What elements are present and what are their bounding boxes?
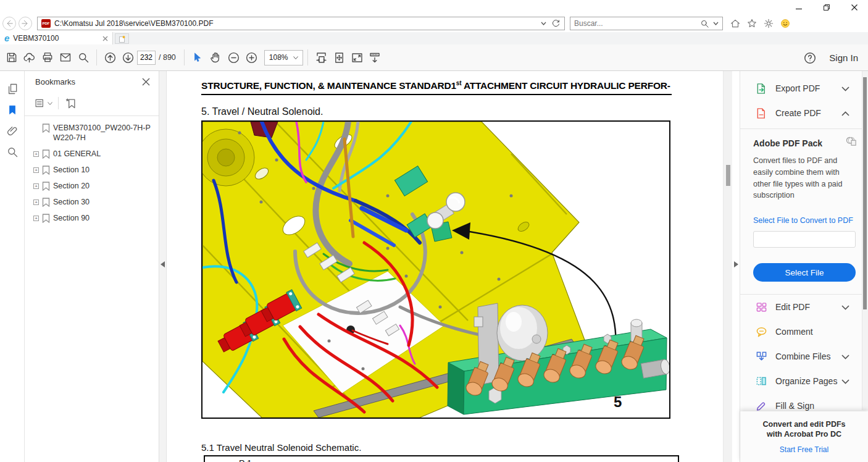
settings-gear-icon[interactable] — [763, 18, 774, 29]
tool-edit-pdf[interactable]: Edit PDF — [740, 295, 868, 319]
page-thumbnails-icon[interactable] — [0, 78, 24, 99]
tool-comment[interactable]: Comment — [740, 319, 868, 344]
fit-page-button[interactable] — [330, 48, 348, 67]
bookmarks-options-icon[interactable] — [34, 98, 52, 109]
bookmark-icon — [42, 182, 50, 191]
bookmark-item-section30[interactable]: + Section 30 — [25, 194, 159, 210]
minimize-button[interactable] — [785, 0, 812, 15]
help-icon[interactable] — [803, 51, 817, 65]
file-input-field[interactable] — [753, 231, 856, 248]
attachments-icon[interactable] — [0, 120, 24, 141]
back-button[interactable] — [2, 17, 16, 30]
select-file-button[interactable]: Select File — [753, 263, 856, 282]
favorites-star-icon[interactable] — [746, 18, 757, 29]
browser-search-input[interactable] — [574, 19, 700, 28]
bookmarks-close-icon[interactable] — [142, 78, 150, 86]
address-bar[interactable]: PDF — [37, 17, 565, 30]
promo-line1: Convert and edit PDFs — [740, 419, 868, 429]
fullscreen-button[interactable] — [348, 48, 366, 67]
bookmark-icon — [42, 166, 50, 175]
forward-button[interactable] — [19, 17, 32, 30]
zoom-out-button[interactable] — [225, 48, 243, 67]
bookmark-item-section90[interactable]: + Section 90 — [25, 210, 159, 226]
tab-vebm370100[interactable]: e VEBM370100 — [0, 32, 113, 44]
tool-export-pdf[interactable]: Export PDF — [740, 76, 868, 101]
tools-panel-scrollbar-thumb[interactable] — [863, 77, 867, 309]
tab-close-icon[interactable] — [102, 36, 108, 41]
address-dropdown-icon[interactable] — [541, 22, 546, 25]
pack-description: Convert files to PDF and easily combine … — [753, 155, 847, 201]
bookmark-expander[interactable]: + — [33, 167, 39, 173]
bookmark-item-section20[interactable]: + Section 20 — [25, 178, 159, 195]
refresh-icon[interactable] — [551, 19, 561, 28]
tool-label: Edit PDF — [775, 302, 810, 312]
bookmark-expander[interactable]: + — [33, 183, 39, 189]
tool-organize-pages[interactable]: Organize Pages — [740, 369, 868, 393]
chevron-down-icon — [841, 86, 849, 91]
close-button[interactable] — [840, 0, 868, 15]
select-tool-button[interactable] — [189, 48, 207, 67]
bookmark-expander[interactable]: + — [33, 200, 39, 205]
tool-label: Organize Pages — [775, 376, 837, 386]
select-file-link[interactable]: Select File to Convert to PDF — [753, 216, 856, 225]
zoom-in-button[interactable] — [243, 48, 261, 67]
organize-pages-icon — [756, 376, 767, 387]
bookmark-icon — [42, 149, 50, 159]
fit-width-button[interactable] — [312, 48, 330, 67]
solenoid-illustration: Y01 Y02 Y03 Y04 Y05 Y06 Y07 5 — [202, 122, 669, 418]
tool-create-pdf[interactable]: Create PDF — [740, 101, 868, 125]
bookmarks-panel-icon[interactable] — [0, 99, 24, 120]
bookmark-expander[interactable]: + — [33, 151, 39, 157]
address-input[interactable] — [54, 19, 541, 28]
previous-page-button[interactable] — [101, 48, 119, 67]
page-number-input[interactable] — [137, 51, 156, 65]
search-box[interactable] — [570, 17, 723, 30]
save-button[interactable] — [2, 48, 20, 67]
figure-5-travel-neutral-solenoid: Y01 Y02 Y03 Y04 Y05 Y06 Y07 5 — [201, 120, 670, 419]
home-icon[interactable] — [730, 18, 741, 29]
print-button[interactable] — [38, 48, 56, 67]
document-scrollbar-thumb[interactable] — [726, 165, 730, 186]
sign-in-button[interactable]: Sign In — [829, 52, 858, 63]
feedback-smiley-icon[interactable] — [780, 18, 791, 29]
start-free-trial-link[interactable]: Start Free Trial — [780, 445, 828, 454]
tool-combine-files[interactable]: Combine Files — [740, 344, 868, 369]
left-nav-strip — [0, 71, 25, 462]
collapse-left-panel-icon[interactable] — [161, 261, 165, 267]
next-page-button[interactable] — [119, 48, 137, 67]
search-dropdown-icon[interactable] — [713, 22, 719, 25]
hand-tool-button[interactable] — [207, 48, 225, 67]
sidebar-search-icon[interactable] — [0, 141, 24, 162]
bookmark-label: Section 10 — [53, 165, 151, 175]
bookmark-item-general[interactable]: + 01 GENERAL — [25, 146, 159, 162]
new-bookmark-icon[interactable] — [64, 97, 78, 109]
email-button[interactable] — [56, 48, 74, 67]
tool-label: Combine Files — [775, 351, 830, 361]
zoom-level-dropdown[interactable]: 108% — [264, 50, 303, 65]
bookmark-label: VEBM370100_PW200-7H-PW220-7H — [53, 123, 151, 144]
bookmark-label: 01 GENERAL — [53, 149, 151, 159]
find-button[interactable] — [74, 48, 92, 67]
tools-panel-scrollbar[interactable] — [862, 71, 868, 410]
new-tab-button[interactable] — [115, 33, 129, 44]
tool-label: Export PDF — [775, 83, 820, 93]
promo-line2: with Acrobat Pro DC — [740, 429, 868, 439]
collapse-right-panel-icon[interactable] — [734, 261, 738, 267]
panel-splitter[interactable] — [159, 71, 167, 462]
document-scrollbar[interactable] — [723, 71, 732, 462]
pdf-file-icon: PDF — [41, 19, 51, 28]
upload-cloud-button[interactable] — [20, 48, 38, 67]
hide-toolbar-button[interactable] — [366, 48, 384, 67]
bookmark-item-section10[interactable]: + Section 10 — [25, 162, 159, 178]
search-icon[interactable] — [700, 19, 709, 28]
pack-title: Adobe PDF Pack — [753, 138, 856, 148]
restore-button[interactable] — [812, 0, 840, 15]
chevron-up-icon — [841, 111, 849, 116]
bookmark-item-root[interactable]: VEBM370100_PW200-7H-PW220-7H — [25, 120, 159, 146]
zoom-caret-icon — [293, 56, 298, 59]
bookmarks-title: Bookmarks — [35, 77, 75, 86]
bookmark-expander[interactable]: + — [33, 216, 39, 221]
tool-label: Comment — [775, 327, 813, 337]
browser-navbar: PDF — [0, 15, 868, 32]
comment-icon — [756, 326, 767, 338]
